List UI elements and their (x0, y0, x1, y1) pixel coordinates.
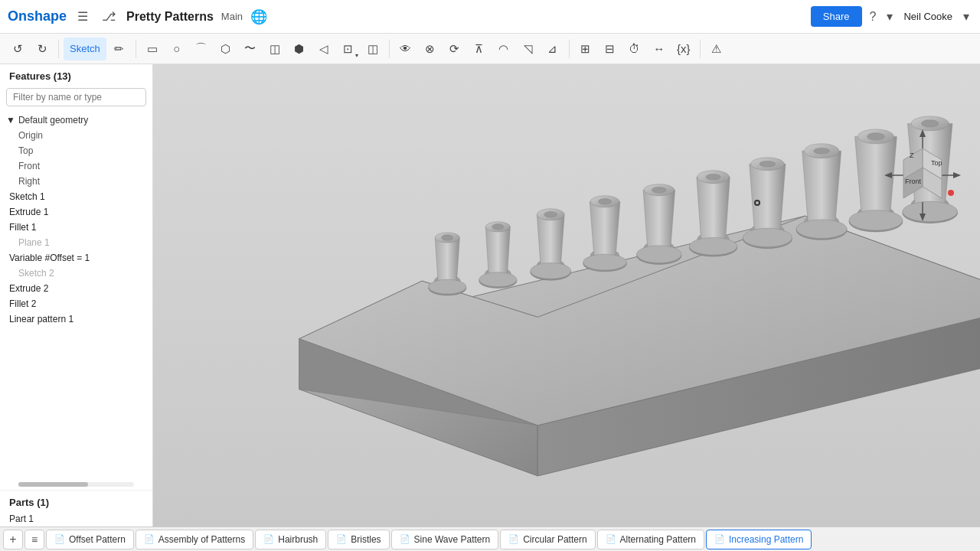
tab-bristles[interactable]: 📄 Bristles (328, 530, 389, 549)
default-geometry-group[interactable]: ▼ Default geometry (0, 112, 152, 128)
tab-offset-pattern[interactable]: 📄 Offset Pattern (46, 530, 134, 549)
header: Onshape ☰ ⎇ Pretty Patterns Main 🌐 Share… (0, 0, 980, 34)
toolbar-separator-2 (136, 40, 136, 58)
svg-marker-6 (435, 238, 459, 282)
tool-plane[interactable]: ◫ (361, 37, 384, 60)
tool-eye[interactable]: 👁 (394, 37, 417, 60)
help-icon[interactable]: ? (870, 10, 877, 24)
svg-marker-18 (537, 214, 564, 265)
svg-marker-24 (590, 201, 620, 256)
svg-point-22 (531, 263, 571, 279)
tab-list-button[interactable]: ≡ (24, 530, 44, 549)
tool-pattern[interactable]: ⊞ (574, 37, 597, 60)
redo-button[interactable]: ↻ (31, 37, 54, 60)
viewport[interactable]: Top Front Z (153, 64, 980, 527)
tab-label-assembly: Assembly of Patterns (158, 534, 245, 545)
toolbar-separator-5 (700, 40, 701, 58)
add-tab-button[interactable]: + (3, 530, 23, 549)
tree-item-fillet2[interactable]: Fillet 2 (0, 296, 152, 311)
navigation-cube[interactable]: Top Front Z (880, 126, 965, 233)
tool-extrude[interactable]: ⊡ (337, 37, 360, 60)
svg-text:Top: Top (931, 159, 942, 167)
branch-label[interactable]: Main (221, 11, 243, 22)
pencil-tool[interactable]: ✏ (108, 37, 131, 60)
branch-icon[interactable]: ⎇ (99, 6, 119, 27)
svg-point-32 (652, 187, 666, 193)
tab-icon-sine: 📄 (400, 534, 410, 544)
tab-icon-hairbrush: 📄 (263, 534, 274, 544)
tree-item-fillet1[interactable]: Fillet 1 (0, 220, 152, 235)
tool-draft[interactable]: ⊿ (541, 37, 564, 60)
tool-clock[interactable]: ⏱ (623, 37, 646, 60)
svg-point-28 (583, 254, 627, 270)
svg-text:Front: Front (905, 178, 922, 185)
hamburger-icon[interactable]: ☰ (74, 6, 91, 27)
chevron-down-icon[interactable]: ▾ (884, 6, 896, 27)
tool-mirror[interactable]: ⊟ (599, 37, 622, 60)
tool-arc[interactable]: ⌒ (190, 37, 213, 60)
tree-item-linear-pattern1[interactable]: Linear pattern 1 (0, 311, 152, 327)
share-button[interactable]: Share (811, 6, 862, 27)
tool-chamfer[interactable]: ◹ (517, 37, 540, 60)
sidebar: Features (13) ▼ Default geometry Origin … (0, 64, 153, 527)
tree-item-sketch2[interactable]: Sketch 2 (0, 266, 152, 281)
tool-boolean-1[interactable]: ⊗ (419, 37, 442, 60)
tree-item-variable[interactable]: Variable #Offset = 1 (0, 250, 152, 266)
tool-loft[interactable]: ⊼ (468, 37, 491, 60)
tab-hairbrush[interactable]: 📄 Hairbrush (255, 530, 326, 549)
tab-icon-increasing: 📄 (714, 534, 725, 544)
svg-marker-36 (697, 177, 730, 239)
tool-revolve[interactable]: ⟳ (443, 37, 466, 60)
svg-point-40 (689, 238, 737, 256)
tab-alternating-pattern[interactable]: 📄 Alternating Pattern (597, 530, 704, 549)
tree-item-right[interactable]: Right (0, 174, 152, 189)
user-name[interactable]: Neil Cooke (903, 11, 952, 22)
user-chevron-icon[interactable]: ▾ (960, 6, 972, 27)
svg-point-10 (429, 279, 466, 294)
tree-item-part1[interactable]: Part 1 (0, 511, 152, 527)
3d-model (153, 64, 980, 527)
svg-marker-30 (643, 190, 675, 248)
tab-label-increasing: Increasing Pattern (729, 534, 803, 545)
tool-polygon[interactable]: ⬡ (214, 37, 237, 60)
tree-item-extrude2[interactable]: Extrude 2 (0, 281, 152, 296)
tab-icon-assembly: 📄 (144, 534, 155, 544)
logo[interactable]: Onshape (8, 8, 67, 24)
tab-assembly-of-patterns[interactable]: 📄 Assembly of Patterns (136, 530, 253, 549)
tool-variable[interactable]: {x} (672, 37, 695, 60)
tab-label-alternating: Alternating Pattern (620, 534, 696, 545)
scrollbar-thumb[interactable] (18, 482, 88, 487)
svg-point-34 (637, 246, 682, 263)
tab-circular-pattern[interactable]: 📄 Circular Pattern (500, 530, 595, 549)
sketch-button[interactable]: Sketch (64, 37, 106, 60)
tree-item-sketch1[interactable]: Sketch 1 (0, 189, 152, 204)
tool-fillet[interactable]: ◠ (492, 37, 515, 60)
tool-3d-solid[interactable]: ⬢ (288, 37, 311, 60)
tree-item-top[interactable]: Top (0, 143, 152, 158)
tool-cut[interactable]: ◁ (312, 37, 335, 60)
tab-label-circular: Circular Pattern (523, 534, 586, 545)
tool-rect2[interactable]: ◫ (263, 37, 286, 60)
tool-move[interactable]: ↔ (648, 37, 671, 60)
tree-item-origin[interactable]: Origin (0, 128, 152, 143)
tree-item-extrude1[interactable]: Extrude 1 (0, 204, 152, 220)
tab-bar: + ≡ 📄 Offset Pattern 📄 Assembly of Patte… (0, 527, 980, 551)
tree-item-front[interactable]: Front (0, 158, 152, 174)
tab-sine-wave[interactable]: 📄 Sine Wave Pattern (391, 530, 499, 549)
tab-label-sine: Sine Wave Pattern (414, 534, 491, 545)
tree-item-plane1[interactable]: Plane 1 (0, 235, 152, 250)
feature-filter-input[interactable] (6, 88, 146, 106)
tool-circle[interactable]: ○ (165, 37, 188, 60)
svg-point-80 (948, 190, 954, 196)
svg-marker-66 (920, 129, 926, 137)
undo-button[interactable]: ↺ (6, 37, 29, 60)
svg-text:Z: Z (910, 152, 914, 159)
tool-rect[interactable]: ▭ (141, 37, 164, 60)
features-header: Features (13) (0, 64, 152, 85)
tool-warning[interactable]: ⚠ (705, 37, 728, 60)
tab-icon-alternating: 📄 (606, 534, 616, 544)
tool-spline[interactable]: 〜 (239, 37, 262, 60)
toolbar: ↺ ↻ Sketch ✏ ▭ ○ ⌒ ⬡ 〜 ◫ ⬢ ◁ ⊡ ◫ 👁 ⊗ ⟳ ⊼… (0, 34, 980, 64)
tab-increasing-pattern[interactable]: 📄 Increasing Pattern (706, 530, 812, 549)
globe-icon[interactable]: 🌐 (250, 8, 267, 25)
